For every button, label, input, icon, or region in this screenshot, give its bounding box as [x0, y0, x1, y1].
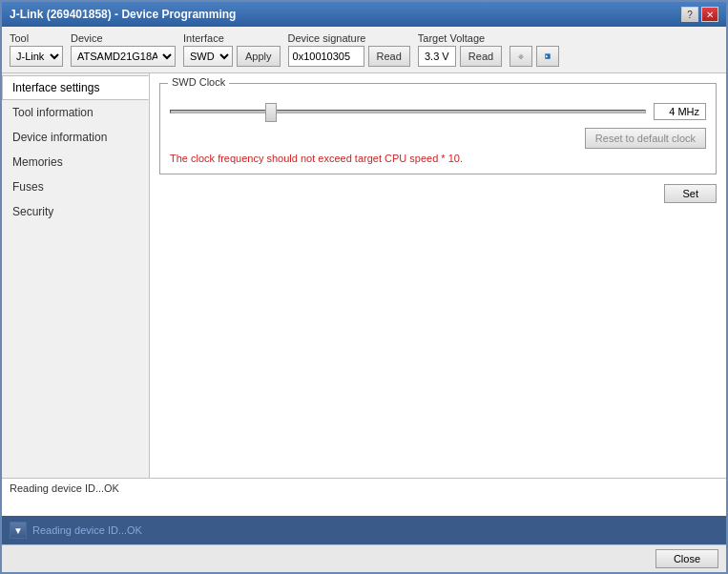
status-text: Reading device ID...OK — [32, 524, 142, 536]
status-bar: ▼ Reading device ID...OK — [2, 516, 726, 544]
tool-group: Tool J-Link — [10, 32, 63, 67]
device-sig-label: Device signature — [288, 32, 410, 44]
apply-button[interactable]: Apply — [237, 46, 281, 67]
device-group: Device ATSAMD21G18A — [71, 32, 176, 67]
set-button[interactable]: Set — [664, 184, 717, 203]
tool-label: Tool — [10, 32, 63, 44]
device-label: Device — [71, 32, 176, 44]
footer: Close — [2, 544, 726, 572]
set-btn-container: Set — [159, 184, 717, 203]
main-content: Interface settings Tool information Devi… — [2, 73, 726, 478]
sidebar-item-label: Security — [12, 205, 53, 218]
device-sig-input[interactable] — [288, 46, 364, 67]
help-button[interactable]: ? — [681, 7, 698, 22]
clock-slider-container: 4 MHz — [170, 103, 706, 120]
target-voltage-row: Read — [418, 46, 502, 67]
device-row: ATSAMD21G18A — [71, 46, 176, 67]
sidebar: Interface settings Tool information Devi… — [2, 73, 150, 478]
sidebar-item-tool-information[interactable]: Tool information — [2, 100, 149, 125]
window-title: J-Link (269401858) - Device Programming — [10, 8, 236, 21]
reset-clock-button[interactable]: Reset to default clock — [585, 128, 706, 149]
interface-label: Interface — [183, 32, 281, 44]
sidebar-item-label: Fuses — [12, 180, 44, 194]
sidebar-item-device-information[interactable]: Device information — [2, 125, 149, 150]
device-sig-row: Read — [288, 46, 410, 67]
title-bar-buttons: ? ✕ — [681, 7, 718, 22]
sidebar-item-security[interactable]: Security — [2, 199, 149, 224]
read-volt-button[interactable]: Read — [460, 46, 502, 67]
toolbar: Tool J-Link Device ATSAMD21G18A Interfac… — [2, 27, 726, 73]
content-area: SWD Clock 4 MHz Reset to default clock T… — [150, 73, 726, 478]
device-select[interactable]: ATSAMD21G18A — [71, 46, 176, 67]
tool-row: J-Link — [10, 46, 63, 67]
sidebar-item-label: Interface settings — [12, 81, 99, 94]
sidebar-item-label: Device information — [12, 131, 107, 144]
target-voltage-label: Target Voltage — [418, 32, 502, 44]
sidebar-item-fuses[interactable]: Fuses — [2, 174, 149, 199]
log-area: Reading device ID...OK — [2, 478, 726, 516]
sidebar-item-label: Memories — [12, 155, 63, 169]
clock-warning-text: The clock frequency should not exceed ta… — [170, 153, 706, 164]
title-bar: J-Link (269401858) - Device Programming … — [2, 2, 726, 27]
sidebar-item-interface-settings[interactable]: Interface settings — [2, 75, 149, 100]
clock-slider-track — [170, 110, 646, 113]
clock-slider-thumb[interactable] — [265, 103, 277, 122]
tool-select[interactable]: J-Link — [10, 46, 63, 67]
sidebar-item-label: Tool information — [12, 106, 94, 119]
device-sig-group: Device signature Read — [288, 32, 410, 67]
interface-select[interactable]: SWD — [183, 46, 233, 67]
interface-group: Interface SWD Apply — [183, 32, 281, 67]
target-voltage-input[interactable] — [418, 46, 456, 67]
sidebar-item-memories[interactable]: Memories — [2, 150, 149, 174]
target-voltage-group: Target Voltage Read — [418, 32, 502, 67]
window-close-button[interactable]: ✕ — [701, 7, 718, 22]
close-button[interactable]: Close — [655, 549, 718, 568]
program-icon: ▶ — [545, 50, 551, 63]
swd-clock-title: SWD Clock — [168, 76, 229, 88]
log-text: Reading device ID...OK — [10, 482, 119, 494]
status-expand-button[interactable]: ▼ — [10, 522, 27, 539]
interface-row: SWD Apply — [183, 46, 281, 67]
clock-value-display: 4 MHz — [654, 103, 706, 120]
settings-icon-button[interactable] — [510, 46, 532, 67]
program-icon-button[interactable]: ▶ — [536, 46, 559, 67]
gear-icon — [518, 50, 524, 63]
swd-clock-groupbox: SWD Clock 4 MHz Reset to default clock T… — [159, 83, 717, 174]
read-sig-button[interactable]: Read — [368, 46, 410, 67]
icon-buttons-group: ▶ — [510, 46, 559, 67]
